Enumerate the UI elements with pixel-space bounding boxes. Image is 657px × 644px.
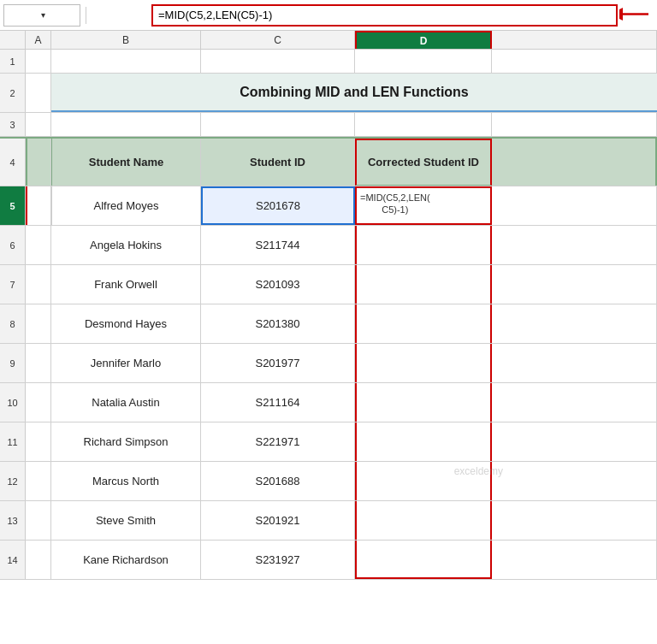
row-num-5: 5 <box>0 186 26 225</box>
cell-b3[interactable] <box>51 113 201 136</box>
cell-corrected-10[interactable] <box>355 383 492 422</box>
cell-d1[interactable] <box>355 50 492 73</box>
cell-a6[interactable] <box>26 226 51 264</box>
cell-e5[interactable] <box>492 186 657 225</box>
table-row: 12Marcus NorthS201688 <box>0 462 657 501</box>
formula-arrow <box>619 5 648 25</box>
cell-e12[interactable] <box>492 462 657 500</box>
cell-a9[interactable] <box>26 344 51 382</box>
cell-a13[interactable] <box>26 501 51 540</box>
row-num-10: 10 <box>0 383 26 422</box>
cell-a5[interactable] <box>26 186 51 225</box>
cell-name-11[interactable]: Richard Simpson <box>51 422 201 461</box>
cell-e11[interactable] <box>492 422 657 461</box>
cell-id-5[interactable]: S201678 <box>201 186 355 225</box>
row-num-14: 14 <box>0 541 26 579</box>
cell-id-8[interactable]: S201380 <box>201 304 355 343</box>
cell-a1[interactable] <box>26 50 51 73</box>
cell-corrected-13[interactable] <box>355 501 492 540</box>
cell-a8[interactable] <box>26 304 51 343</box>
row-num-3: 3 <box>0 113 26 136</box>
spreadsheet-grid: A B C D 1 2 Combining MID and LEN Functi… <box>0 31 657 580</box>
cell-a14[interactable] <box>26 541 51 579</box>
table-row: 8Desmond HayesS201380 <box>0 304 657 344</box>
cell-a11[interactable] <box>26 422 51 461</box>
cell-b1[interactable] <box>51 50 201 73</box>
name-box[interactable]: ▾ <box>3 4 80 27</box>
cell-d3[interactable] <box>355 113 492 136</box>
cell-id-10[interactable]: S211164 <box>201 383 355 422</box>
cell-a4[interactable] <box>26 139 51 186</box>
table-row: 11Richard SimpsonS221971 <box>0 422 657 462</box>
row-num-8: 8 <box>0 304 26 343</box>
table-row: 14Kane RichardsonS231927 <box>0 541 657 580</box>
cell-a2[interactable] <box>26 74 51 112</box>
col-header-a[interactable]: A <box>26 31 51 49</box>
formula-input[interactable] <box>151 4 618 27</box>
col-header-b[interactable]: B <box>51 31 201 49</box>
cell-a12[interactable] <box>26 462 51 500</box>
spreadsheet-app: ▾ <box>0 0 657 580</box>
cell-e1[interactable] <box>492 50 657 73</box>
cell-e9[interactable] <box>492 344 657 382</box>
row-num-12: 12 <box>0 462 26 500</box>
cell-e10[interactable] <box>492 383 657 422</box>
cell-a3[interactable] <box>26 113 51 136</box>
header-student-id[interactable]: Student ID <box>201 139 355 186</box>
table-row: 7Frank OrwellS201093 <box>0 265 657 304</box>
cell-id-6[interactable]: S211744 <box>201 226 355 264</box>
header-student-name[interactable]: Student Name <box>51 139 201 186</box>
table-row: 10Natalia AustinS211164 <box>0 383 657 422</box>
cell-name-6[interactable]: Angela Hokins <box>51 226 201 264</box>
data-rows: 5Alfred MoyesS201678=MID(C5,2,LEN(C5)-1)… <box>0 186 657 580</box>
cell-a7[interactable] <box>26 265 51 304</box>
cell-e7[interactable] <box>492 265 657 304</box>
col-header-c[interactable]: C <box>201 31 355 49</box>
cell-name-14[interactable]: Kane Richardson <box>51 541 201 579</box>
cell-name-8[interactable]: Desmond Hayes <box>51 304 201 343</box>
row-num-7: 7 <box>0 265 26 304</box>
row-num-1: 1 <box>0 50 26 73</box>
cell-e6[interactable] <box>492 226 657 264</box>
cell-id-14[interactable]: S231927 <box>201 541 355 579</box>
cell-e14[interactable] <box>492 541 657 579</box>
cell-e3[interactable] <box>492 113 657 136</box>
cell-corrected-11[interactable] <box>355 422 492 461</box>
cell-c3[interactable] <box>201 113 355 136</box>
cell-e8[interactable] <box>492 304 657 343</box>
col-header-e[interactable] <box>492 31 657 49</box>
cell-name-12[interactable]: Marcus North <box>51 462 201 500</box>
cell-c1[interactable] <box>201 50 355 73</box>
cell-id-13[interactable]: S201921 <box>201 501 355 540</box>
row-num-11: 11 <box>0 422 26 461</box>
column-headers: A B C D <box>0 31 657 50</box>
cell-corrected-5[interactable]: =MID(C5,2,LEN(C5)-1) <box>355 186 492 225</box>
cell-e4[interactable] <box>492 139 657 186</box>
cell-a10[interactable] <box>26 383 51 422</box>
cell-corrected-8[interactable] <box>355 304 492 343</box>
cell-e13[interactable] <box>492 501 657 540</box>
cell-name-7[interactable]: Frank Orwell <box>51 265 201 304</box>
cell-corrected-9[interactable] <box>355 344 492 382</box>
cell-corrected-14[interactable] <box>355 541 492 579</box>
arrow-svg <box>619 5 648 22</box>
cell-corrected-7[interactable] <box>355 265 492 304</box>
cell-corrected-6[interactable] <box>355 226 492 264</box>
cell-id-11[interactable]: S221971 <box>201 422 355 461</box>
spreadsheet-title: Combining MID and LEN Functions <box>51 74 657 112</box>
cell-id-12[interactable]: S201688 <box>201 462 355 500</box>
cell-name-10[interactable]: Natalia Austin <box>51 383 201 422</box>
dropdown-icon[interactable]: ▾ <box>41 10 45 20</box>
cell-name-5[interactable]: Alfred Moyes <box>51 186 201 225</box>
table-row: 5Alfred MoyesS201678=MID(C5,2,LEN(C5)-1) <box>0 186 657 226</box>
row-num-2: 2 <box>0 74 26 112</box>
col-header-d[interactable]: D <box>355 31 492 49</box>
cell-id-7[interactable]: S201093 <box>201 265 355 304</box>
cell-corrected-12[interactable] <box>355 462 492 500</box>
formula-separator <box>86 7 86 24</box>
cell-name-13[interactable]: Steve Smith <box>51 501 201 540</box>
header-corrected-id[interactable]: Corrected Student ID <box>355 139 492 186</box>
table-row: 6Angela HokinsS211744 <box>0 226 657 265</box>
cell-id-9[interactable]: S201977 <box>201 344 355 382</box>
cell-name-9[interactable]: Jennifer Marlo <box>51 344 201 382</box>
